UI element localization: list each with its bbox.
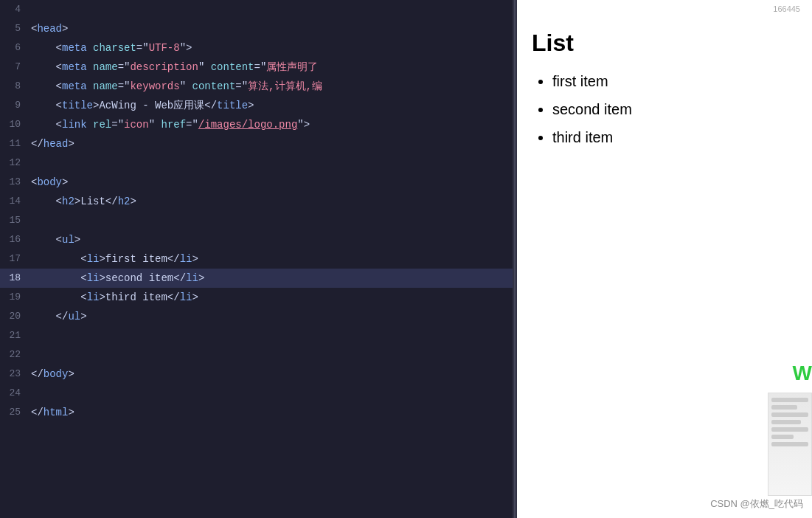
code-area: 4 5 <head> 6 <meta charset="UTF-8"> 7 <m… <box>0 0 513 422</box>
preview-pane: 166445 List first item second item third… <box>517 0 812 518</box>
code-line-23: 23 </body> <box>0 365 513 384</box>
code-line-25: 25 </html> <box>0 403 513 422</box>
code-line-9: 9 <title>AcWing - Web应用课</title> <box>0 96 513 115</box>
code-line-14: 14 <h2>List</h2> <box>0 192 513 211</box>
code-line-18: 18 <li>second item</li> <box>0 269 513 288</box>
list-item: first item <box>552 69 797 94</box>
code-line-8: 8 <meta name="keywords" content="算法,计算机,… <box>0 77 513 96</box>
code-line-4: 4 <box>0 0 513 19</box>
thumbnail-inner <box>768 393 811 495</box>
code-line-24: 24 <box>0 384 513 403</box>
code-line-13: 13 <body> <box>0 173 513 192</box>
address-bar: 166445 <box>773 4 800 13</box>
code-line-12: 12 <box>0 153 513 173</box>
code-line-10: 10 <link rel="icon" href="/images/logo.p… <box>0 115 513 134</box>
list-item: second item <box>552 97 797 122</box>
watermark-text: CSDN @依燃_吃代码 <box>710 497 803 511</box>
code-line-20: 20 </ul> <box>0 307 513 326</box>
code-line-22: 22 <box>0 345 513 365</box>
code-line-5: 5 <head> <box>0 19 513 38</box>
code-line-11: 11 </head> <box>0 134 513 153</box>
editor-pane: 4 5 <head> 6 <meta charset="UTF-8"> 7 <m… <box>0 0 513 518</box>
preview-list: first item second item third item <box>532 69 797 150</box>
code-line-6: 6 <meta charset="UTF-8"> <box>0 38 513 58</box>
code-line-7: 7 <meta name="description" content="属性声明… <box>0 58 513 77</box>
code-line-19: 19 <li>third item</li> <box>0 288 513 307</box>
code-line-16: 16 <ul> <box>0 230 513 249</box>
list-item: third item <box>552 125 797 150</box>
code-line-15: 15 <box>0 211 513 230</box>
code-line-21: 21 <box>0 326 513 345</box>
preview-heading: List <box>532 30 797 57</box>
code-line-17: 17 <li>first item</li> <box>0 249 513 269</box>
corner-w-label: W <box>793 362 812 385</box>
thumbnail-strip <box>768 393 812 496</box>
